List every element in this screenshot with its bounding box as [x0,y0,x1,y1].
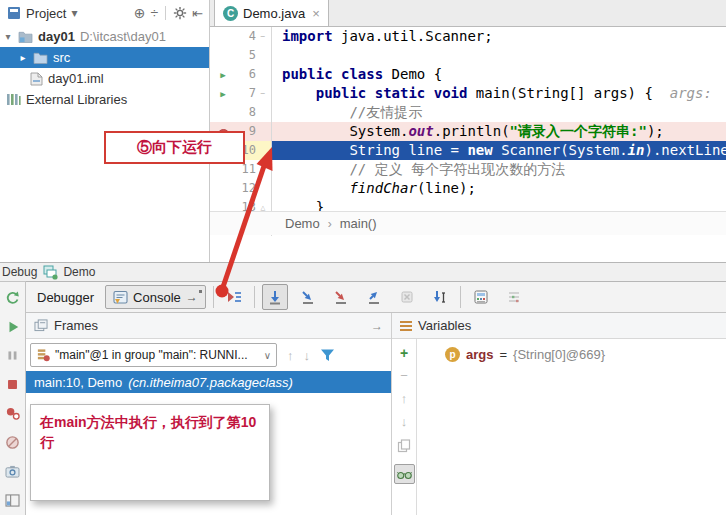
code-line[interactable]: 10 String line = new Scanner(System.in).… [210,141,726,160]
code-text[interactable]: String line = new Scanner(System.in).nex… [272,141,726,160]
trace-stream-button[interactable] [501,284,527,310]
thread-dump-camera-button[interactable] [4,463,22,480]
code-line[interactable]: 8 //友情提示 [210,103,726,122]
code-token: main(String[] args) { [467,85,652,101]
tree-item-day01-iml[interactable]: day01.iml [0,68,209,89]
tab-console[interactable]: Console → [105,285,206,309]
editor-gutter[interactable]: ▶7− [210,84,272,103]
frames-title: Frames [54,318,98,333]
code-line[interactable]: ▶7− public static void main(String[] arg… [210,84,726,103]
expand-chevron-icon[interactable]: ▸ [18,52,28,63]
restore-layout-button[interactable] [4,492,22,509]
code-line[interactable]: 5 [210,46,726,65]
show-execution-point-button[interactable] [221,284,247,310]
stack-frame-row[interactable]: main:10, Demo (cn.itheima07.packageclass… [26,371,391,393]
editor-gutter[interactable]: ▶6 [210,65,272,84]
drop-frame-button[interactable] [394,284,420,310]
run-to-cursor-button[interactable] [427,284,453,310]
project-view-chevron-icon[interactable]: ▾ [71,6,77,20]
run-configuration-icon [42,264,58,280]
editor-gutter[interactable]: 8 [210,103,272,122]
force-step-into-button[interactable] [328,284,354,310]
frame-up-button[interactable]: ↑ [287,348,294,363]
code-text[interactable]: // 定义 每个字符出现次数的方法 [272,160,726,179]
variable-row-args[interactable]: p args = {String[0]@669} [417,339,726,362]
code-text[interactable]: public static void main(String[] args) {… [272,84,726,103]
code-line[interactable]: ▶6public class Demo { [210,65,726,84]
code-text[interactable]: findChar(line); [272,179,726,198]
code-token: // 定义 每个字符出现次数的方法 [282,161,565,177]
close-tab-icon[interactable]: × [312,6,320,21]
new-watch-button[interactable]: + [400,347,408,359]
code-text[interactable]: public class Demo { [272,65,726,84]
evaluate-expression-button[interactable] [468,284,494,310]
fold-icon[interactable]: − [256,27,270,46]
java-class-icon: C [223,6,238,21]
move-down-button[interactable]: ↓ [401,416,408,428]
step-out-button[interactable] [361,284,387,310]
tab-demo-java[interactable]: C Demo.java × [214,0,329,26]
toolbar-divider [254,286,255,308]
thread-selector-dropdown[interactable]: "main"@1 in group "main": RUNNI... ∨ [30,343,277,367]
tree-item-external-libraries[interactable]: External Libraries [0,89,209,110]
settings-gear-icon[interactable] [173,6,187,20]
code-line[interactable]: 11 // 定义 每个字符出现次数的方法 [210,160,726,179]
tree-item-day01[interactable]: ▾ day01 D:\itcast\day01 [0,26,209,47]
tree-item-src[interactable]: ▸ src [0,47,209,68]
code-token: in [628,142,645,158]
run-gutter-icon[interactable]: ▶ [220,70,225,80]
breadcrumb-class[interactable]: Demo [285,216,320,231]
frame-down-button[interactable]: ↓ [304,348,311,363]
editor-gutter[interactable]: 12 [210,179,272,198]
tree-item-label: src [53,50,70,65]
view-breakpoints-button[interactable] [4,405,22,422]
code-text[interactable] [272,46,726,65]
breadcrumb-method[interactable]: main() [340,216,377,231]
code-text[interactable]: import java.util.Scanner; [272,27,726,46]
frame-location: main:10, Demo [34,375,122,390]
thread-row: "main"@1 in group "main": RUNNI... ∨ ↑ ↓ [26,339,391,367]
editor-gutter[interactable]: 4− [210,27,272,46]
variables-panel: Variables + − ↑ ↓ p args = {String[0]@66… [392,313,726,515]
toolbar-divider [460,286,461,308]
show-watches-toggle[interactable] [394,464,415,484]
hide-panel-icon[interactable]: ⇤ [192,6,203,21]
variable-name: args [466,347,493,362]
code-line[interactable]: 12 findChar(line); [210,179,726,198]
code-editor[interactable]: 4−import java.util.Scanner;5▶6public cla… [210,27,726,238]
pause-button[interactable] [4,347,22,364]
equals-sign: = [499,347,507,362]
fold-icon[interactable]: − [256,84,270,103]
tree-item-path: D:\itcast\day01 [80,29,166,44]
mute-breakpoints-button[interactable] [4,434,22,451]
pin-icon[interactable]: → [371,319,383,333]
expand-chevron-icon[interactable]: ▾ [3,31,13,42]
editor-gutter[interactable]: 5 [210,46,272,65]
step-over-button[interactable] [262,284,288,310]
tab-debugger[interactable]: Debugger [33,290,98,305]
code-text[interactable]: //友情提示 [272,103,726,122]
rerun-button[interactable] [4,289,22,306]
resume-program-button[interactable] [4,318,22,335]
annotation-step-text: ⑤向下运行 [137,138,212,157]
dropdown-caret-icon: ∨ [264,350,271,361]
move-up-button[interactable]: ↑ [401,393,408,405]
code-line[interactable]: ✓9 System.out.println("请录入一个字符串:"); [210,122,726,141]
copy-icon[interactable] [397,439,411,453]
debug-session-name: Demo [63,265,95,279]
code-line[interactable]: 4−import java.util.Scanner; [210,27,726,46]
line-number: 7 [236,84,256,103]
collapse-all-icon[interactable]: ÷ [150,5,158,21]
code-text[interactable]: System.out.println("请录入一个字符串:"); [272,122,726,141]
filter-icon[interactable] [320,348,335,362]
locate-icon[interactable]: ⊕ [134,5,146,21]
run-gutter-icon[interactable]: ▶ [220,89,225,99]
parameter-badge-icon: p [445,347,460,362]
toolbar-divider [213,286,214,308]
step-into-button[interactable] [295,284,321,310]
source-folder-icon [33,51,48,64]
stop-button[interactable] [4,376,22,393]
console-icon [113,290,128,305]
remove-watch-button[interactable]: − [400,370,408,382]
code-token: public class [282,66,383,82]
